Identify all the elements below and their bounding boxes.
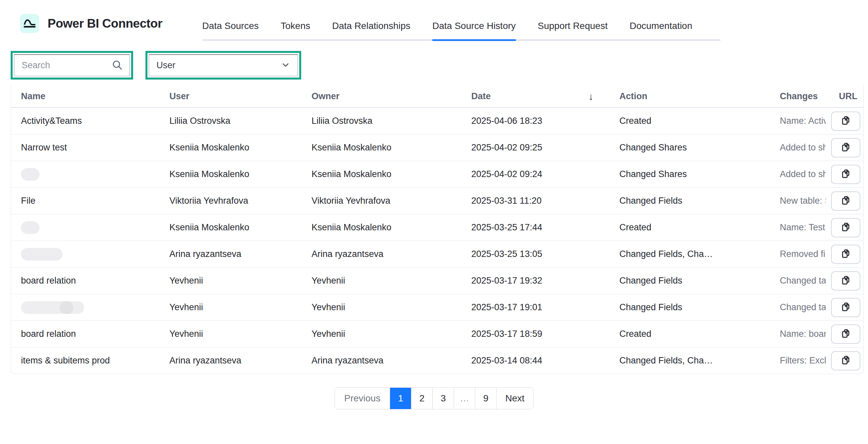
search-icon — [112, 59, 123, 72]
cell-name — [11, 248, 159, 261]
user-filter-select[interactable]: User — [149, 54, 298, 76]
cell-action: Created — [610, 329, 770, 339]
page-ellipsis[interactable]: … — [454, 388, 475, 409]
next-page-button[interactable]: Next — [496, 388, 533, 409]
cell-action: Changed Fields, Cha… — [610, 249, 770, 259]
copy-icon — [840, 115, 851, 127]
cell-action: Changed Fields — [610, 196, 770, 206]
page-button-9[interactable]: 9 — [475, 388, 496, 409]
column-header-owner[interactable]: Owner — [302, 91, 461, 101]
cell-date: 2025-03-17 18:59 — [461, 329, 610, 339]
table-row: Kseniia Moskalenko Kseniia Moskalenko 20… — [11, 161, 863, 187]
cell-changes: Added to share: User… — [770, 169, 826, 180]
copy-icon — [840, 354, 851, 367]
cell-owner: Arina ryazantseva — [302, 249, 461, 259]
wave-chart-icon — [22, 15, 37, 32]
cell-changes: Name: Test1; Filter: Wi… — [770, 222, 826, 233]
column-header-action[interactable]: Action — [610, 91, 770, 101]
cell-name: board relation — [11, 276, 159, 286]
previous-page-button[interactable]: Previous — [335, 388, 390, 409]
cell-name — [11, 168, 159, 181]
arrow-down-icon[interactable]: ↓ — [588, 91, 593, 102]
copy-url-button[interactable] — [831, 298, 860, 317]
column-header-date[interactable]: Date ↓ — [461, 91, 610, 102]
cell-action: Changed Shares — [610, 169, 770, 180]
cell-user: Kseniia Moskalenko — [159, 222, 302, 233]
cell-name: Activity&Teams — [11, 116, 159, 126]
cell-owner: Viktoriia Yevhrafova — [302, 196, 461, 206]
cell-changes: Name: board relation;… — [770, 329, 826, 339]
cell-owner: Liliia Ostrovska — [302, 116, 461, 126]
tab-data-relationships[interactable]: Data Relationships — [332, 16, 410, 41]
cell-user: Viktoriia Yevhrafova — [159, 196, 302, 206]
copy-url-button[interactable] — [831, 324, 860, 344]
copy-url-button[interactable] — [831, 165, 860, 184]
table-row: board relation Yevhenii Yevhenii 2025-03… — [11, 320, 863, 347]
cell-name: board relation — [11, 329, 159, 339]
pagination: Previous 1 2 3 … 9 Next — [0, 387, 868, 409]
cell-changes: Changed table: Items… — [770, 276, 826, 286]
app-logo — [20, 14, 39, 33]
cell-name — [11, 221, 159, 234]
tab-data-source-history[interactable]: Data Source History — [432, 16, 516, 41]
table-row: board relation Yevhenii Yevhenii 2025-03… — [11, 267, 863, 294]
search-input[interactable] — [22, 60, 112, 70]
redacted-name — [21, 168, 40, 181]
main-nav: Data Sources Tokens Data Relationships D… — [203, 16, 720, 41]
redacted-name — [21, 248, 63, 261]
cell-owner: Kseniia Moskalenko — [302, 169, 461, 180]
cell-date: 2025-03-17 19:01 — [461, 302, 610, 313]
column-header-user[interactable]: User — [159, 91, 302, 101]
cell-changes: Added to share: User… — [770, 142, 826, 153]
cell-changes: Removed filters: Boar… — [770, 249, 826, 259]
cell-changes: New table: Subitems; … — [770, 196, 826, 206]
page-button-2[interactable]: 2 — [411, 388, 432, 409]
tab-data-sources[interactable]: Data Sources — [203, 16, 259, 41]
cell-owner: Yevhenii — [302, 329, 461, 339]
copy-icon — [840, 195, 851, 207]
cell-user: Arina ryazantseva — [159, 355, 302, 366]
search-field[interactable] — [14, 54, 130, 76]
table-header-row: Name User Owner Date ↓ Action Changes UR… — [11, 86, 863, 107]
column-header-changes[interactable]: Changes — [770, 91, 826, 101]
pagination-group: Previous 1 2 3 … 9 Next — [335, 387, 533, 409]
copy-url-button[interactable] — [831, 191, 860, 211]
date-header-label: Date — [471, 91, 491, 101]
cell-user: Kseniia Moskalenko — [159, 169, 302, 180]
cell-owner: Kseniia Moskalenko — [302, 142, 461, 153]
cell-name — [11, 301, 159, 314]
copy-url-button[interactable] — [831, 271, 860, 291]
filter-highlight-box: User — [146, 51, 301, 80]
column-header-name[interactable]: Name — [11, 91, 159, 101]
cell-owner: Kseniia Moskalenko — [302, 222, 461, 233]
cell-user: Liliia Ostrovska — [159, 116, 302, 126]
tab-support-request[interactable]: Support Request — [538, 16, 608, 41]
tab-tokens[interactable]: Tokens — [281, 16, 310, 41]
page-button-1[interactable]: 1 — [390, 388, 411, 409]
copy-url-button[interactable] — [831, 218, 860, 237]
cell-action: Changed Fields — [610, 276, 770, 286]
cell-date: 2025-03-25 17:44 — [461, 222, 610, 233]
copy-url-button[interactable] — [831, 112, 860, 131]
table-row: Activity&Teams Liliia Ostrovska Liliia O… — [11, 107, 863, 134]
copy-url-button[interactable] — [831, 245, 860, 264]
copy-icon — [840, 275, 851, 287]
user-filter-value: User — [156, 60, 280, 70]
table-row: Kseniia Moskalenko Kseniia Moskalenko 20… — [11, 214, 863, 241]
cell-date: 2025-04-02 09:24 — [461, 169, 610, 180]
copy-icon — [840, 221, 851, 234]
cell-action: Changed Fields — [610, 302, 770, 313]
cell-name: items & subitems prod — [11, 355, 159, 366]
copy-url-button[interactable] — [831, 138, 860, 157]
copy-icon — [840, 141, 851, 154]
cell-date: 2025-04-02 09:25 — [461, 142, 610, 153]
cell-changes: Filters: Exclude Archiv… — [770, 355, 826, 366]
copy-url-button[interactable] — [831, 351, 860, 371]
filter-bar: User — [11, 51, 868, 80]
tab-documentation[interactable]: Documentation — [630, 16, 692, 41]
cell-date: 2025-03-25 13:05 — [461, 249, 610, 259]
cell-user: Yevhenii — [159, 302, 302, 313]
copy-icon — [840, 301, 851, 314]
cell-date: 2025-03-17 19:32 — [461, 276, 610, 286]
page-button-3[interactable]: 3 — [432, 388, 454, 409]
